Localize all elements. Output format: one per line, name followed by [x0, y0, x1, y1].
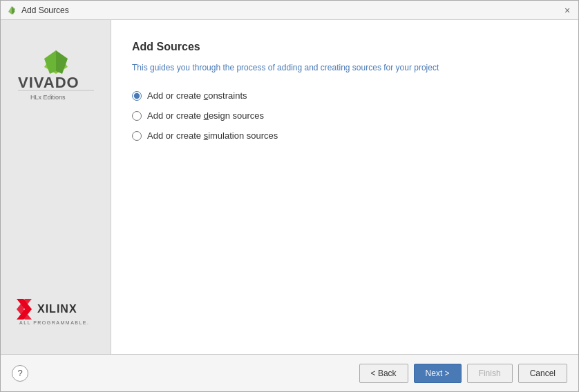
cancel-button[interactable]: Cancel — [518, 364, 567, 383]
close-button[interactable]: × — [562, 5, 573, 16]
footer-buttons: < Back Next > Finish Cancel — [359, 364, 567, 383]
radio-group: Add or create constraints Add or create … — [132, 90, 558, 141]
radio-design[interactable]: Add or create design sources — [132, 110, 558, 121]
svg-text:XILINX: XILINX — [37, 303, 77, 315]
titlebar-left: Add Sources — [6, 5, 69, 16]
radio-constraints-input[interactable] — [132, 91, 142, 101]
simulation-underline: s — [204, 130, 209, 141]
titlebar: Add Sources × — [1, 1, 578, 20]
xilinx-logo: XILINX ALL PROGRAMMABLE. — [11, 295, 101, 326]
finish-button[interactable]: Finish — [467, 364, 513, 383]
radio-simulation-label: Add or create simulation sources — [147, 130, 278, 141]
svg-text:HLx Editions: HLx Editions — [30, 94, 66, 101]
svg-text:ALL PROGRAMMABLE.: ALL PROGRAMMABLE. — [19, 320, 90, 325]
svg-marker-4 — [44, 50, 56, 74]
radio-simulation-input[interactable] — [132, 131, 142, 141]
panel-description: This guides you through the process of a… — [132, 61, 558, 74]
radio-design-label: Add or create design sources — [147, 110, 264, 121]
radio-simulation[interactable]: Add or create simulation sources — [132, 130, 558, 141]
next-button[interactable]: Next > — [414, 364, 462, 383]
main-window: Add Sources × VIVADO HLx Editions — [0, 0, 579, 392]
vivado-logo: VIVADO HLx Editions — [11, 48, 101, 106]
main-panel: Add Sources This guides you through the … — [111, 20, 578, 354]
back-button[interactable]: < Back — [359, 364, 408, 383]
panel-title: Add Sources — [132, 41, 558, 53]
content-area: VIVADO HLx Editions XILINX ALL PROGRAMMA — [1, 20, 578, 354]
svg-marker-1 — [12, 6, 15, 14]
svg-marker-3 — [56, 50, 68, 74]
vivado-logo-svg: VIVADO HLx Editions — [11, 48, 101, 106]
sidebar: VIVADO HLx Editions XILINX ALL PROGRAMMA — [1, 20, 111, 354]
xilinx-logo-svg: XILINX ALL PROGRAMMABLE. — [11, 295, 101, 326]
help-button[interactable]: ? — [12, 365, 28, 382]
svg-text:VIVADO: VIVADO — [18, 74, 79, 91]
footer: ? < Back Next > Finish Cancel — [1, 354, 578, 391]
radio-constraints[interactable]: Add or create constraints — [132, 90, 558, 101]
footer-left: ? — [12, 365, 28, 382]
design-underline: d — [204, 110, 209, 121]
constraints-underline: c — [204, 90, 209, 101]
radio-design-input[interactable] — [132, 111, 142, 121]
radio-constraints-label: Add or create constraints — [147, 90, 247, 101]
vivado-icon — [6, 5, 17, 16]
window-title: Add Sources — [21, 6, 69, 15]
